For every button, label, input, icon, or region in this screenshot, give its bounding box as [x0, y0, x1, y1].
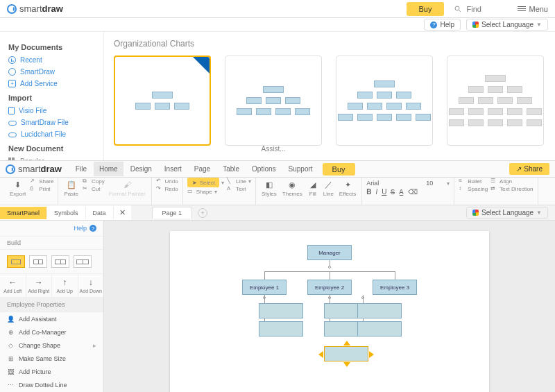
svg-point-0: [455, 6, 459, 10]
panel-tab-smartpanel[interactable]: SmartPanel: [0, 207, 47, 219]
select-tool[interactable]: ➤Select: [187, 178, 219, 187]
canvas[interactable]: Manager Employee 1 Employee 2 Employee 3: [104, 221, 555, 392]
panel-tab-symbols[interactable]: Symbols: [47, 207, 86, 219]
paste-button[interactable]: 📋Paste: [62, 178, 79, 199]
print-button[interactable]: ⎙Print: [30, 185, 53, 192]
share-icon: ↗: [30, 178, 37, 185]
page-tab[interactable]: Page 1: [152, 207, 193, 219]
share-button[interactable]: ↗Share: [509, 163, 549, 175]
bold-button[interactable]: B: [366, 188, 371, 196]
search-input[interactable]: [466, 5, 508, 13]
share-small-button[interactable]: ↗Share: [30, 178, 53, 185]
redo-button[interactable]: ↷Redo: [156, 185, 178, 192]
add-add-left[interactable]: ←Add Left: [0, 274, 26, 297]
italic-button[interactable]: I: [375, 188, 377, 196]
shape-picker: [0, 250, 103, 273]
sidebar-item[interactable]: Recent: [8, 54, 95, 66]
shape-3col[interactable]: [51, 255, 69, 268]
themes-button[interactable]: ◉Themes: [281, 178, 304, 199]
menu-page[interactable]: Page: [189, 162, 216, 176]
handle-up-icon[interactable]: [343, 341, 350, 346]
template-card[interactable]: Org Chart (4-Level): [447, 56, 544, 153]
language-select-2[interactable]: Select Language▼: [466, 207, 548, 219]
sidebar-section-header: Import: [8, 94, 95, 102]
panel-help-link[interactable]: Help?: [0, 221, 103, 236]
shape-tool[interactable]: ▭Shape▾: [187, 188, 224, 195]
handle-left-icon[interactable]: [318, 351, 323, 358]
menu-insert[interactable]: Insert: [159, 162, 187, 176]
node-blank[interactable]: [357, 321, 402, 336]
clear-format-button[interactable]: ⌫: [408, 188, 418, 196]
menu-design[interactable]: Design: [125, 162, 157, 176]
undo-button[interactable]: ↶Undo: [156, 178, 178, 185]
font-size-input[interactable]: 10: [426, 180, 443, 187]
node-blank[interactable]: [357, 303, 402, 318]
add-page-button[interactable]: +: [198, 208, 207, 218]
menu-button[interactable]: Menu: [518, 5, 548, 13]
copy-button[interactable]: ⧉Copy: [83, 178, 105, 185]
node-employee-3[interactable]: Employee 3: [373, 280, 417, 295]
template-card[interactable]: Org Chart (2-Level) with Assist...: [225, 56, 322, 153]
buy-button[interactable]: Buy: [407, 2, 445, 16]
prop-add-picture[interactable]: 🖼Add Picture: [0, 365, 103, 378]
node-manager[interactable]: Manager: [307, 245, 352, 260]
template-card[interactable]: Org Chart (2-Level): [114, 56, 211, 153]
menu-file[interactable]: File: [70, 162, 92, 176]
help-button[interactable]: ?Help: [424, 19, 461, 31]
format-painter-button[interactable]: 🖌Format Painter: [108, 178, 147, 199]
prop-draw-dotted-line[interactable]: ⋯Draw Dotted Line: [0, 378, 103, 391]
handle-down-icon[interactable]: [343, 362, 350, 367]
search-box[interactable]: [454, 5, 508, 13]
strike-button[interactable]: S̶: [391, 188, 395, 196]
underline-button[interactable]: U: [382, 188, 386, 196]
sidebar-item[interactable]: SmartDraw File: [8, 117, 95, 128]
node-employee-2[interactable]: Employee 2: [307, 280, 352, 295]
template-card[interactable]: Org Chart (3-Level): [336, 56, 433, 153]
line-tool[interactable]: ╲Line▾: [227, 178, 251, 185]
sidebar-item[interactable]: Add Service: [8, 78, 95, 90]
shape-split[interactable]: [29, 255, 47, 268]
node-blank[interactable]: [259, 303, 303, 318]
sidebar-item[interactable]: SmartDraw: [8, 66, 95, 78]
close-panel-button[interactable]: ✕: [114, 205, 131, 220]
text-direction-button[interactable]: ⇄Text Direction: [490, 185, 533, 192]
handle-right-icon[interactable]: [369, 351, 374, 358]
add-add-down[interactable]: ↓Add Down: [78, 274, 104, 297]
arrow-icon: ←: [8, 278, 17, 287]
line-style-button[interactable]: ／Line: [322, 178, 335, 199]
language-select[interactable]: Select Language▼: [466, 19, 548, 31]
add-add-right[interactable]: →Add Right: [26, 274, 53, 297]
menu-table[interactable]: Table: [217, 162, 245, 176]
styles-button[interactable]: ◧Styles: [260, 178, 278, 199]
node-selected[interactable]: [324, 346, 368, 361]
font-color-button[interactable]: A̲: [399, 188, 404, 196]
cloud-icon: [8, 133, 17, 137]
panel-tab-data[interactable]: Data: [86, 207, 114, 219]
menu-support[interactable]: Support: [283, 162, 318, 176]
prop-add-assistant[interactable]: 👤Add Assistant: [0, 312, 103, 325]
menu-home[interactable]: Home: [94, 162, 123, 176]
prop-change-shape[interactable]: ◇Change Shape▸: [0, 339, 103, 352]
effects-button[interactable]: ✦Effects: [338, 178, 357, 199]
font-family-input[interactable]: [366, 180, 422, 187]
fill-button[interactable]: ◢Fill: [307, 178, 319, 199]
shape-4col[interactable]: [74, 255, 92, 268]
sidebar-item[interactable]: Visio File: [8, 105, 95, 117]
bullet-button[interactable]: ≡Bullet: [459, 178, 488, 185]
editor-buy-button[interactable]: Buy: [323, 163, 355, 176]
prop-make-same-size[interactable]: ⊞Make Same Size: [0, 352, 103, 365]
text-tool[interactable]: AText: [227, 185, 251, 192]
sidebar-item[interactable]: Popular: [8, 155, 95, 160]
add-add-up[interactable]: ↑Add Up: [52, 274, 78, 297]
export-button[interactable]: ⬇Export: [8, 178, 27, 199]
menu-options[interactable]: Options: [246, 162, 281, 176]
node-employee-1[interactable]: Employee 1: [242, 280, 287, 295]
shape-rect[interactable]: [7, 255, 25, 268]
align-button[interactable]: ☰Align: [490, 178, 533, 185]
node-blank[interactable]: [259, 321, 303, 336]
cut-button[interactable]: ✂Cut: [83, 185, 105, 192]
spacing-button[interactable]: ↕Spacing: [459, 185, 488, 192]
sidebar-item[interactable]: Lucidchart File: [8, 128, 95, 140]
gallery-bar: ?Help Select Language▼: [0, 18, 555, 32]
prop-add-co-manager[interactable]: ⊕Add Co-Manager: [0, 325, 103, 339]
